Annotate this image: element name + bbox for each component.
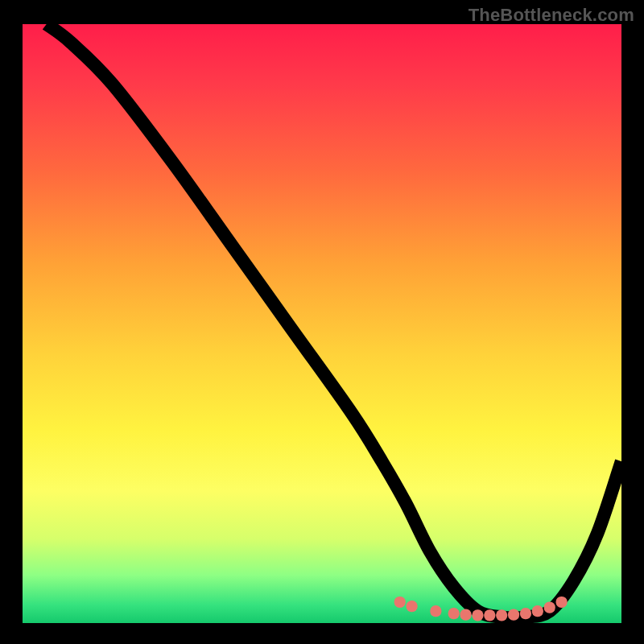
highlight-dot xyxy=(448,608,460,619)
attribution-text: TheBottleneck.com xyxy=(469,5,634,26)
highlight-dot xyxy=(407,601,418,612)
highlight-dot xyxy=(496,609,507,621)
curve-svg xyxy=(23,24,621,623)
highlight-dot xyxy=(544,602,555,613)
highlight-dot xyxy=(472,609,483,621)
highlight-dot xyxy=(394,597,406,608)
highlight-dot xyxy=(556,597,568,608)
bottleneck-curve xyxy=(47,24,621,617)
chart-frame: TheBottleneck.com xyxy=(0,0,644,644)
highlight-dot xyxy=(532,605,543,617)
plot-area xyxy=(23,24,621,623)
highlight-dot xyxy=(520,608,531,619)
highlight-dot xyxy=(508,609,519,621)
highlight-dot xyxy=(430,605,441,617)
highlight-dot xyxy=(484,609,495,621)
highlight-dot xyxy=(460,609,471,621)
